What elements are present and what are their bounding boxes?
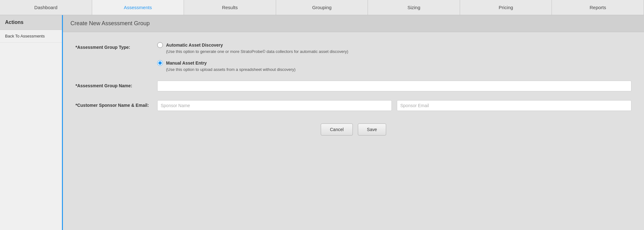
tab-pricing[interactable]: Pricing (460, 0, 552, 15)
radio-option-manual: Manual Asset Entry (Use this option to u… (157, 60, 631, 72)
customer-sponsor-label: *Customer Sponsor Name & Email: (75, 100, 157, 108)
tab-sizing[interactable]: Sizing (368, 0, 460, 15)
sponsor-inputs (157, 100, 631, 111)
tab-dashboard[interactable]: Dashboard (0, 0, 92, 15)
radio-group: Automatic Asset Discovery (Use this opti… (157, 42, 631, 72)
content-area: Create New Assessment Group *Assessment … (63, 15, 644, 230)
sponsor-name-wrap (157, 100, 392, 111)
sidebar-item-back-to-assessments[interactable]: Back To Assessments (0, 30, 62, 43)
tab-results[interactable]: Results (184, 0, 276, 15)
tab-assessments[interactable]: Assessments (92, 0, 184, 15)
cancel-button[interactable]: Cancel (321, 124, 353, 135)
assessment-group-name-control (157, 81, 631, 91)
sidebar: Actions Back To Assessments (0, 15, 63, 230)
sponsor-email-wrap (397, 100, 631, 111)
tab-reports[interactable]: Reports (552, 0, 644, 15)
content-header: Create New Assessment Group (63, 15, 644, 32)
save-button[interactable]: Save (358, 124, 386, 135)
sponsor-name-input[interactable] (157, 100, 392, 111)
assessment-group-type-label: *Assessment Group Type: (75, 42, 157, 50)
radio-auto-discovery[interactable] (157, 42, 163, 48)
radio-auto-desc: (Use this option to generate one or more… (166, 49, 631, 54)
tab-grouping[interactable]: Grouping (276, 0, 368, 15)
form-area: *Assessment Group Type: Automatic Asset … (63, 32, 644, 146)
radio-manual-label[interactable]: Manual Asset Entry (166, 60, 207, 66)
sponsor-email-input[interactable] (397, 100, 631, 111)
radio-option-auto: Automatic Asset Discovery (Use this opti… (157, 42, 631, 54)
radio-auto-label[interactable]: Automatic Asset Discovery (166, 43, 223, 48)
radio-manual-entry[interactable] (157, 60, 163, 66)
nav-tabs: Dashboard Assessments Results Grouping S… (0, 0, 644, 15)
sidebar-header: Actions (0, 15, 62, 30)
assessment-group-name-label: *Assessment Group Name: (75, 81, 157, 88)
assessment-group-name-row: *Assessment Group Name: (75, 81, 631, 91)
customer-sponsor-row: *Customer Sponsor Name & Email: (75, 100, 631, 111)
assessment-group-name-input[interactable] (157, 81, 631, 91)
radio-manual-desc: (Use this option to upload assets from a… (166, 67, 631, 72)
button-row: Cancel Save (75, 124, 631, 135)
main-layout: Actions Back To Assessments Create New A… (0, 15, 644, 230)
assessment-group-type-row: *Assessment Group Type: Automatic Asset … (75, 42, 631, 72)
